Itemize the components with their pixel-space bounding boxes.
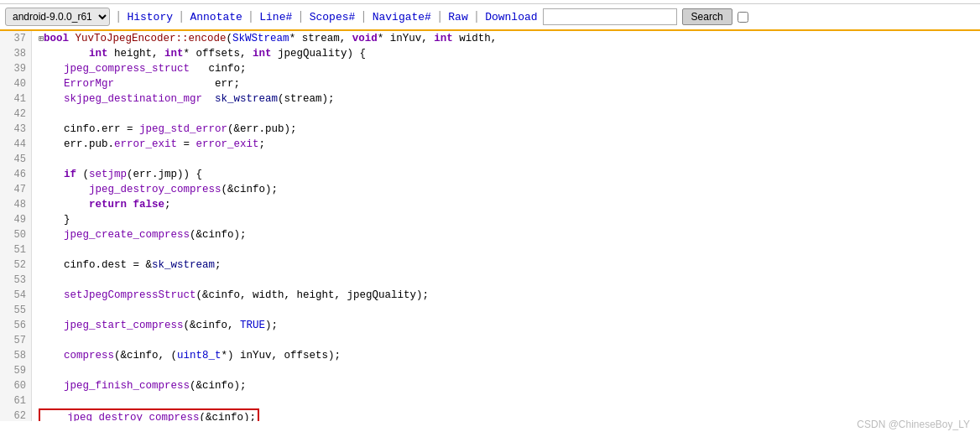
toolbar: android-9.0.0_r61 | History | Annotate |…: [0, 4, 980, 31]
table-row: jpeg_create_compress(&cinfo);: [39, 227, 973, 242]
search-input[interactable]: [543, 8, 677, 25]
table-row: [39, 107, 973, 122]
line-number: 41: [5, 91, 26, 107]
line-number: 44: [5, 137, 26, 152]
table-row: [39, 363, 973, 378]
table-row: cinfo.dest = &sk_wstream;: [39, 258, 973, 273]
line-numbers: 3738394041424344454647484950515253545556…: [0, 31, 32, 421]
line-number: 57: [5, 333, 26, 348]
table-row: [39, 303, 973, 318]
line-number: 43: [5, 122, 26, 137]
table-row: ⊞bool YuvToJpegEncoder::encode(SkWStream…: [39, 31, 973, 46]
history-link[interactable]: History: [127, 11, 173, 23]
current-dir-checkbox[interactable]: [738, 12, 748, 23]
table-row: return false;: [39, 197, 973, 212]
line-number: 40: [5, 76, 26, 91]
table-row: err.pub.error_exit = error_exit;: [39, 137, 973, 152]
table-row: cinfo.err = jpeg_std_error(&err.pub);: [39, 122, 973, 137]
search-button[interactable]: Search: [682, 8, 732, 25]
line-number: 54: [5, 288, 26, 303]
table-row: if (setjmp(err.jmp)) {: [39, 167, 973, 182]
sep3: |: [248, 10, 254, 23]
watermark: CSDN @ChineseBoy_LY: [857, 419, 970, 430]
table-row: [39, 333, 973, 348]
table-row: [39, 152, 973, 167]
line-number: 51: [5, 242, 26, 258]
table-row: int height, int* offsets, int jpegQualit…: [39, 46, 973, 61]
table-row: jpeg_compress_struct cinfo;: [39, 61, 973, 76]
line-number: 58: [5, 348, 26, 363]
table-row: jpeg_destroy_compress(&cinfo);: [39, 408, 973, 421]
annotate-link[interactable]: Annotate: [190, 11, 242, 23]
table-row: jpeg_start_compress(&cinfo, TRUE);: [39, 318, 973, 333]
table-row: jpeg_destroy_compress(&cinfo);: [39, 182, 973, 197]
raw-link[interactable]: Raw: [448, 11, 467, 23]
code-content: ⊞bool YuvToJpegEncoder::encode(SkWStream…: [32, 31, 980, 421]
table-row: jpeg_finish_compress(&cinfo);: [39, 378, 973, 393]
sep2: |: [178, 10, 185, 23]
branch-select[interactable]: android-9.0.0_r61: [5, 8, 110, 26]
line-number: 39: [5, 61, 26, 76]
code-area: 3738394041424344454647484950515253545556…: [0, 31, 980, 421]
line-number: 48: [5, 197, 26, 212]
table-row: }: [39, 212, 973, 227]
line-number: 55: [5, 303, 26, 318]
table-row: setJpegCompressStruct(&cinfo, width, hei…: [39, 288, 973, 303]
line-number: 46: [5, 167, 26, 182]
line-number: 59: [5, 363, 26, 378]
line-number: 52: [5, 258, 26, 273]
sep5: |: [360, 10, 367, 23]
line-number: 37: [5, 31, 26, 46]
sep4: |: [297, 10, 304, 23]
line-link[interactable]: Line#: [259, 11, 292, 23]
table-row: ErrorMgr err;: [39, 76, 973, 91]
line-number: 45: [5, 152, 26, 167]
table-row: [39, 273, 973, 288]
navigate-link[interactable]: Navigate#: [373, 11, 431, 23]
line-number: 47: [5, 182, 26, 197]
current-dir-label: [738, 12, 752, 23]
table-row: [39, 393, 973, 408]
line-number: 53: [5, 273, 26, 288]
table-row: skjpeg_destination_mgr sk_wstream(stream…: [39, 91, 973, 107]
line-number: 62: [5, 408, 26, 421]
line-number: 61: [5, 393, 26, 408]
line-number: 38: [5, 46, 26, 61]
line-number: 56: [5, 318, 26, 333]
highlighted-line: jpeg_destroy_compress(&cinfo);: [39, 408, 259, 421]
sep1: |: [115, 10, 122, 23]
line-number: 42: [5, 107, 26, 122]
line-number: 60: [5, 378, 26, 393]
table-row: compress(&cinfo, (uint8_t*) inYuv, offse…: [39, 348, 973, 363]
sep7: |: [473, 10, 480, 23]
table-row: [39, 242, 973, 258]
scopes-link[interactable]: Scopes#: [310, 11, 356, 23]
sep6: |: [436, 10, 443, 23]
line-number: 49: [5, 212, 26, 227]
line-number: 50: [5, 227, 26, 242]
download-link[interactable]: Download: [485, 11, 537, 23]
